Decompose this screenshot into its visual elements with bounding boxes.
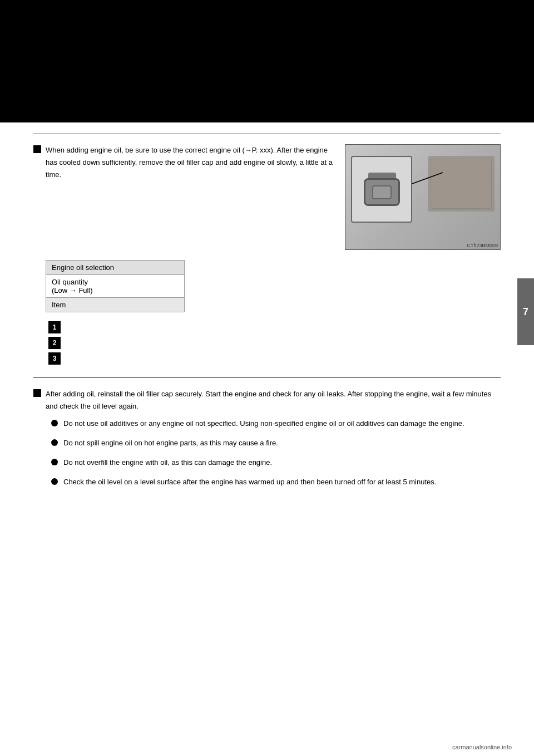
bullet-dot-4 [51,478,58,485]
section1-header: When adding engine oil, be sure to use t… [33,144,501,375]
bullet-text-3: Do not overfill the engine with oil, as … [63,457,272,469]
bullet-text-1: Do not use oil additives or any engine o… [63,418,464,430]
bullet-text-2: Do not spill engine oil on hot engine pa… [63,438,278,449]
section1-bullet [33,145,41,153]
section1-text-block: When adding engine oil, be sure to use t… [46,144,345,186]
bullet-dot-3 [51,459,58,465]
bullet-item-4: Check the oil level on a level surface a… [51,477,501,488]
engine-oil-image: CTh73BM009 [345,144,501,250]
bullet-item-1: Do not use oil additives or any engine o… [51,418,501,430]
badge-2: 2 [48,337,61,349]
section2-bullet [33,389,41,397]
bullet-item-2: Do not spill engine oil on hot engine pa… [51,438,501,449]
content-area: When adding engine oil, be sure to use t… [0,122,534,507]
top-section: When adding engine oil, be sure to use t… [46,144,501,250]
page: When adding engine oil, be sure to use t… [0,0,534,756]
num-item-2: 2 [48,337,501,349]
bullet-dot-2 [51,439,58,446]
sidebar-tab: 7 [517,278,534,345]
top-bar [0,0,534,122]
table-cell-quantity: Oil quantity(Low → Full) [46,275,185,298]
bullet-item-3: Do not overfill the engine with oil, as … [51,457,501,469]
section1-intro: When adding engine oil, be sure to use t… [46,144,334,181]
num-item-1: 1 [48,321,501,333]
top-divider [33,134,501,134]
section2-header: After adding oil, reinstall the oil fill… [33,388,501,495]
bullet-list: Do not use oil additives or any engine o… [51,418,501,488]
middle-divider [33,377,501,378]
numbered-items-list: 1 2 3 [48,321,501,365]
sidebar-tab-number: 7 [523,306,528,318]
connector-line [345,145,500,249]
table-cell-item: Item [46,298,185,312]
badge-3: 3 [48,352,61,365]
section2-intro: After adding oil, reinstall the oil fill… [46,388,501,413]
section2: After adding oil, reinstall the oil fill… [33,388,501,495]
num-item-3: 3 [48,352,501,365]
table-row-header: Engine oil selection [46,261,185,275]
badge-1: 1 [48,321,61,333]
bullet-text-4: Check the oil level on a level surface a… [63,477,436,488]
table-row-quantity: Oil quantity(Low → Full) [46,275,185,298]
bullet-dot-1 [51,420,58,426]
svg-line-0 [412,173,443,184]
table-row-item: Item [46,298,185,312]
oil-selection-table: Engine oil selection Oil quantity(Low → … [46,260,185,312]
watermark: carmanualsonline.info [452,744,512,750]
table-header-cell: Engine oil selection [46,261,185,275]
